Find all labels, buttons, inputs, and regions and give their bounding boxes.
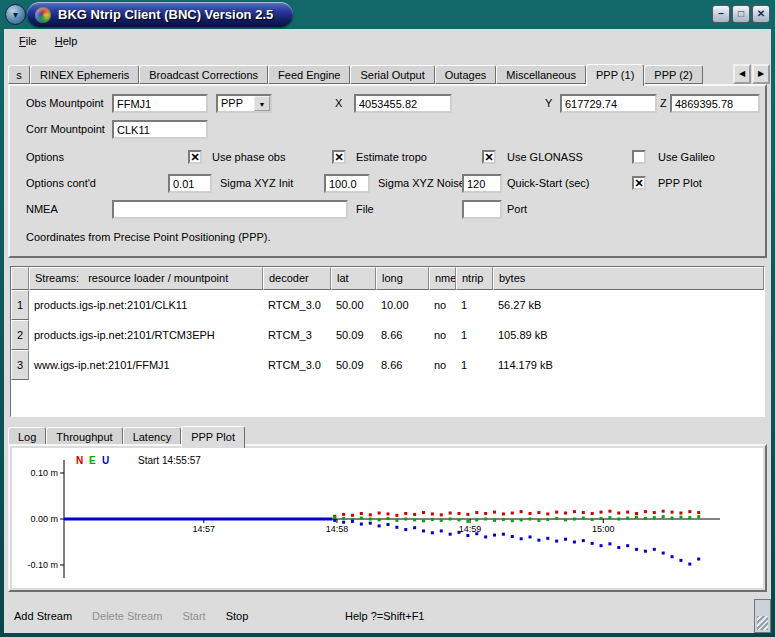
obs-mountpoint-label: Obs Mountpoint <box>26 94 104 113</box>
tab-outages[interactable]: Outages <box>435 65 497 84</box>
cell-ntrip: 1 <box>456 350 493 380</box>
maximize-icon: □ <box>738 8 744 19</box>
window-title: BKG Ntrip Client (BNC) Version 2.5 <box>58 7 273 22</box>
row-header[interactable]: 3 <box>11 350 29 380</box>
close-button[interactable]: ✕ <box>752 5 770 23</box>
plot-panel: 0.10 m0.00 m-0.10 m14:5714:5814:5915:00N… <box>8 444 767 592</box>
menu-item-file[interactable]: File <box>10 32 46 50</box>
corr-mountpoint-input[interactable] <box>112 120 208 139</box>
cell-decoder: RTCM_3 <box>263 320 331 350</box>
use-galileo-checkbox[interactable] <box>632 150 646 164</box>
table-row[interactable]: 3www.igs-ip.net:2101/FFMJ1RTCM_3.050.098… <box>11 350 764 380</box>
tab-broadcast-corrections[interactable]: Broadcast Corrections <box>139 65 268 84</box>
svg-text:14:58: 14:58 <box>326 524 349 534</box>
tab-miscellaneous[interactable]: Miscellaneous <box>496 65 586 84</box>
minimize-button[interactable]: – <box>712 5 730 23</box>
options-contd-label: Options cont'd <box>26 174 96 193</box>
nmea-port-input[interactable] <box>462 200 502 219</box>
svg-text:0.00 m: 0.00 m <box>30 514 58 524</box>
tab-scroll-right-button[interactable]: ▶ <box>752 64 770 84</box>
app-icon <box>35 7 51 23</box>
delete-stream-button: Delete Stream <box>92 610 162 622</box>
corr-mountpoint-label: Corr Mountpoint <box>26 120 105 139</box>
table-row[interactable]: 2products.igs-ip.net:2101/RTCM3EPHRTCM_3… <box>11 320 764 350</box>
cell-nmea: no <box>429 290 456 320</box>
cell-ntrip: 1 <box>456 290 493 320</box>
tab-feed-engine[interactable]: Feed Engine <box>268 65 350 84</box>
ppp-combobox-value: PPP <box>218 96 254 111</box>
row-header[interactable]: 2 <box>11 320 29 350</box>
svg-text:E: E <box>89 455 96 466</box>
cell-nmea: no <box>429 350 456 380</box>
estimate-tropo-checkbox[interactable]: ✕ <box>332 150 346 164</box>
stop-button[interactable]: Stop <box>226 610 249 622</box>
column-header-0[interactable]: Streams: resource loader / mountpoint <box>29 267 263 290</box>
tab-ppp-1[interactable]: PPP (1) <box>586 64 644 86</box>
use-phase-obs-checkbox[interactable]: ✕ <box>188 150 202 164</box>
streams-table-body: 1products.igs-ip.net:2101/CLK11RTCM_3.05… <box>11 290 764 380</box>
nmea-file-input[interactable] <box>112 200 348 219</box>
sigma-xyz-init-label: Sigma XYZ Init <box>220 174 293 193</box>
sigma-xyz-noise-label: Sigma XYZ Noise <box>378 174 465 193</box>
resize-grip[interactable] <box>754 599 771 633</box>
column-header-4[interactable]: nmea <box>429 267 456 290</box>
sigma-xyz-noise-input[interactable] <box>324 174 370 193</box>
cell-mountpoint: www.igs-ip.net:2101/FFMJ1 <box>29 350 263 380</box>
y-coordinate-input[interactable] <box>560 94 657 113</box>
menu-item-help[interactable]: Help <box>46 32 87 50</box>
cell-ntrip: 1 <box>456 320 493 350</box>
bottom-tab-bar: LogThroughputLatencyPPP Plot <box>8 424 245 446</box>
cell-bytes: 114.179 kB <box>493 350 764 380</box>
add-stream-button[interactable]: Add Stream <box>14 610 72 622</box>
svg-text:N: N <box>76 455 83 466</box>
z-coordinate-input[interactable] <box>670 94 760 113</box>
svg-text:U: U <box>102 455 109 466</box>
use-phase-obs-label: Use phase obs <box>212 148 285 167</box>
ppp-combobox[interactable]: PPP ▼ <box>216 94 272 113</box>
row-header[interactable]: 1 <box>11 290 29 320</box>
title-capsule: BKG Ntrip Client (BNC) Version 2.5 <box>27 2 293 27</box>
cell-lat: 50.00 <box>331 290 376 320</box>
ppp-panel: Obs Mountpoint PPP ▼ X Y Z Corr Mountpoi… <box>8 84 767 258</box>
x-coordinate-input[interactable] <box>354 94 452 113</box>
action-bar: Add StreamDelete StreamStartStop Help ?=… <box>4 604 771 628</box>
tab-rinex-ephemeris[interactable]: RINEX Ephemeris <box>30 65 139 84</box>
quick-start-input[interactable] <box>462 174 502 193</box>
ppp-plot-svg: 0.10 m0.00 m-0.10 m14:5714:5814:5915:00N… <box>12 448 763 588</box>
tab-partial[interactable]: s <box>8 65 30 84</box>
tab-ppp-plot[interactable]: PPP Plot <box>181 426 245 448</box>
arrow-left-icon: ◀ <box>739 69 745 78</box>
column-header-1[interactable]: decoder <box>263 267 331 290</box>
cell-mountpoint: products.igs-ip.net:2101/CLK11 <box>29 290 263 320</box>
column-header-3[interactable]: long <box>376 267 429 290</box>
options-label: Options <box>26 148 64 167</box>
svg-text:15:00: 15:00 <box>592 524 615 534</box>
ppp-plot-checkbox[interactable]: ✕ <box>632 176 646 190</box>
column-header-5[interactable]: ntrip <box>456 267 493 290</box>
use-glonass-checkbox[interactable]: ✕ <box>482 150 496 164</box>
close-icon: ✕ <box>757 8 765 19</box>
sigma-xyz-init-input[interactable] <box>168 174 212 193</box>
chevron-down-icon: ▾ <box>13 9 18 20</box>
cell-nmea: no <box>429 320 456 350</box>
column-header-2[interactable]: lat <box>331 267 376 290</box>
maximize-button[interactable]: □ <box>732 5 750 23</box>
svg-text:Start 14:55:57: Start 14:55:57 <box>138 455 201 466</box>
obs-mountpoint-input[interactable] <box>112 94 208 113</box>
table-row[interactable]: 1products.igs-ip.net:2101/CLK11RTCM_3.05… <box>11 290 764 320</box>
tab-scroll-left-button[interactable]: ◀ <box>733 64 751 84</box>
chevron-down-icon[interactable]: ▼ <box>254 96 270 111</box>
use-glonass-label: Use GLONASS <box>507 148 583 167</box>
tab-ppp-2[interactable]: PPP (2) <box>644 65 702 84</box>
window-menu-button[interactable]: ▾ <box>5 4 26 25</box>
table-corner <box>11 267 29 290</box>
cell-lat: 50.09 <box>331 320 376 350</box>
column-header-6[interactable]: bytes <box>493 267 764 290</box>
y-label: Y <box>545 94 552 113</box>
streams-table-header: Streams: resource loader / mountpointdec… <box>11 267 764 290</box>
port-label: Port <box>507 200 527 219</box>
tab-serial-output[interactable]: Serial Output <box>350 65 434 84</box>
ppp-plot-label: PPP Plot <box>658 174 702 193</box>
svg-text:0.10 m: 0.10 m <box>30 468 58 478</box>
svg-text:14:57: 14:57 <box>193 524 216 534</box>
